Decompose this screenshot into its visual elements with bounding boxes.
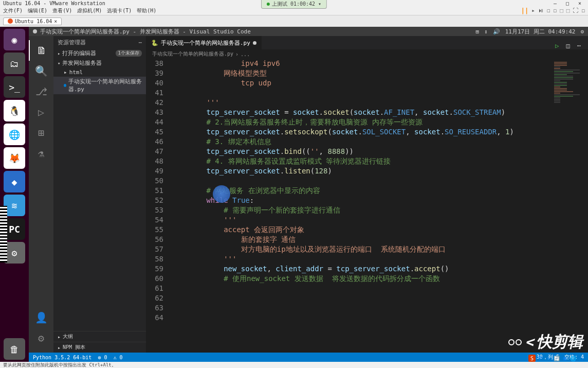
activity-explorer[interactable]: 🗎 bbox=[29, 40, 53, 61]
vm-tab[interactable]: Ubuntu 16.04 × bbox=[3, 17, 62, 25]
sidebar-title: 资源管理器 bbox=[58, 39, 86, 46]
code-editor[interactable]: 3839404142434445464748495051525354555657… bbox=[146, 59, 588, 353]
datetime[interactable]: 11月17日 周二 04:49:42 bbox=[505, 28, 576, 36]
launcher-trash[interactable]: 🗑 bbox=[4, 338, 25, 360]
tray-icon[interactable]: 🌐 bbox=[569, 355, 577, 362]
menu-edit[interactable]: 编辑(E) bbox=[28, 7, 47, 14]
tray-icon[interactable]: ⊞ bbox=[561, 355, 568, 362]
menu-help[interactable]: 帮助(H) bbox=[137, 7, 156, 14]
activity-search[interactable]: 🔍 bbox=[29, 61, 53, 81]
run-icon[interactable]: ▷ bbox=[555, 42, 559, 49]
ubuntu-icon bbox=[8, 19, 13, 24]
status-errors[interactable]: ⊗ 0 bbox=[98, 355, 107, 360]
launcher-dash[interactable]: ◉ bbox=[4, 29, 25, 50]
tray-icon[interactable]: ☼ bbox=[545, 355, 552, 362]
folder-html[interactable]: ▸ html bbox=[53, 68, 146, 77]
editor-tabs: 🐍 手动实现一个简单的网站服务器.py ▷ ◫ ⋯ bbox=[146, 36, 588, 49]
window-title: 手动实现一个简单的网站服务器.py - 并发网站服务器 - Visual Stu… bbox=[40, 28, 251, 36]
python-file-icon bbox=[64, 84, 66, 87]
toolbar-icon[interactable]: ☐ bbox=[581, 7, 585, 14]
min-button[interactable]: — bbox=[550, 1, 560, 6]
vmware-footer: 要从此网页按住附加此版机中按指出出发 Ctrl+Alt。 bbox=[0, 362, 588, 368]
file-item[interactable]: 手动实现一个简单的网站服务器.py bbox=[53, 77, 146, 94]
vm-tabbar: Ubuntu 16.04 × bbox=[0, 15, 588, 27]
modified-dot-icon bbox=[33, 29, 37, 33]
vmware-title: Ubuntu 16.04 - VMware Workstation bbox=[3, 1, 105, 6]
toolbar-icon[interactable]: ⬚ bbox=[560, 7, 563, 14]
recording-indicator[interactable]: 上测试 01:00:42 ▾ bbox=[261, 0, 327, 9]
editor-tab[interactable]: 🐍 手动实现一个简单的网站服务器.py bbox=[146, 36, 262, 49]
tray-icon[interactable]: ⬚ bbox=[578, 355, 585, 362]
more-icon[interactable]: ⋯ bbox=[577, 42, 581, 49]
tray-icon[interactable]: 🔄 bbox=[553, 355, 560, 362]
unity-launcher: ◉ 🗂 >_ 🐧 🌐 🦊 ◆ ≋ PC ⚙ 🗑 bbox=[0, 27, 29, 362]
statusbar: Python 3.5.2 64-bit ⊗ 0 ⚠ 0 行 30，列 5 空格:… bbox=[29, 353, 588, 362]
fullscreen-icon[interactable]: ⛶ bbox=[573, 7, 578, 14]
menu-vm[interactable]: 虚拟机(M) bbox=[77, 7, 102, 14]
menu-view[interactable]: 查看(V) bbox=[52, 7, 72, 14]
power-icon[interactable]: ▸ bbox=[531, 7, 535, 14]
network-icon[interactable]: ↕ bbox=[484, 28, 488, 35]
activity-bar: 🗎 🔍 ⎇ ▷ ⊞ ⚗ 👤 ⚙ bbox=[29, 36, 53, 353]
modified-dot-icon bbox=[253, 41, 256, 45]
close-button[interactable]: × bbox=[575, 1, 585, 6]
sidebar: 资源管理器 ⋯ ▸ 打开的编辑器 1个未保存 ▾ 并发网站服务器 ▸ html bbox=[53, 36, 146, 353]
activity-scm[interactable]: ⎇ bbox=[29, 81, 53, 102]
windows-tray: S 中 ☼ 🔄 ⊞ 🌐 ⬚ bbox=[528, 355, 585, 362]
more-icon[interactable]: ⋯ bbox=[138, 39, 142, 46]
recorder-icon[interactable]: ⊞ bbox=[475, 28, 479, 35]
open-editors-section[interactable]: ▸ 打开的编辑器 1个未保存 bbox=[53, 48, 146, 58]
close-icon[interactable]: × bbox=[54, 19, 57, 24]
status-python[interactable]: Python 3.5.2 64-bit bbox=[33, 355, 91, 360]
toolbar-icon[interactable]: ☐ bbox=[554, 7, 557, 14]
activity-settings[interactable]: ⚙ bbox=[29, 328, 53, 348]
python-file-icon: 🐍 bbox=[151, 40, 158, 46]
menu-tabs[interactable]: 选项卡(T) bbox=[107, 7, 132, 14]
snapshot-icon[interactable]: ⏯ bbox=[538, 7, 544, 14]
npm-section[interactable]: ▸ NPM 脚本 bbox=[53, 342, 146, 353]
status-warnings[interactable]: ⚠ 0 bbox=[113, 355, 122, 360]
activity-debug[interactable]: ▷ bbox=[29, 102, 53, 122]
power-icon[interactable]: ⚙ bbox=[580, 28, 584, 35]
split-icon[interactable]: ◫ bbox=[566, 42, 570, 49]
launcher-files[interactable]: 🗂 bbox=[4, 52, 25, 74]
pause-icon[interactable]: || bbox=[521, 7, 528, 14]
launcher-firefox[interactable]: 🦊 bbox=[4, 147, 25, 169]
volume-icon[interactable]: 🔊 bbox=[493, 28, 500, 35]
menu-file[interactable]: 文件(F) bbox=[3, 7, 23, 14]
launcher-chrome[interactable]: 🌐 bbox=[4, 124, 25, 145]
vscode-titlebar: 手动实现一个简单的网站服务器.py - 并发网站服务器 - Visual Stu… bbox=[29, 27, 588, 36]
toolbar-icon[interactable]: ☐ bbox=[547, 7, 550, 14]
activity-extensions[interactable]: ⊞ bbox=[29, 122, 53, 143]
qr-code-fragment bbox=[0, 206, 7, 262]
project-section[interactable]: ▾ 并发网站服务器 bbox=[53, 58, 146, 68]
activity-account[interactable]: 👤 bbox=[29, 307, 53, 328]
tray-ime-icon[interactable]: 中 bbox=[537, 355, 544, 362]
launcher-app[interactable]: ◆ bbox=[4, 171, 25, 192]
toolbar-icon[interactable]: ⬚ bbox=[566, 7, 570, 14]
tray-icon[interactable]: S bbox=[528, 355, 536, 362]
minimap[interactable] bbox=[552, 59, 588, 353]
launcher-qq[interactable]: 🐧 bbox=[4, 100, 25, 121]
editor-area: 🐍 手动实现一个简单的网站服务器.py ▷ ◫ ⋯ 手动实现一个简单的网站服务器… bbox=[146, 36, 588, 353]
breadcrumb[interactable]: 手动实现一个简单的网站服务器.py › ... bbox=[146, 49, 588, 59]
max-button[interactable]: □ bbox=[562, 1, 573, 6]
outline-section[interactable]: ▸ 大纲 bbox=[53, 331, 146, 342]
activity-test[interactable]: ⚗ bbox=[29, 143, 53, 164]
launcher-terminal[interactable]: >_ bbox=[4, 76, 25, 98]
